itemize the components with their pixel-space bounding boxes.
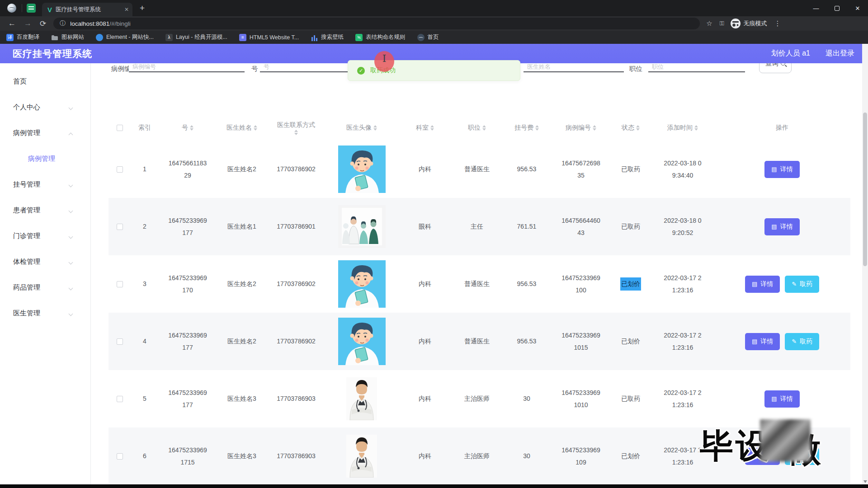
cell-fee: 761.51	[502, 221, 552, 233]
cell-phone: 17703786902	[267, 163, 326, 175]
bookmark-label: 百度翻译	[17, 33, 39, 41]
sidebar-item-挂号管理[interactable]: 挂号管理	[0, 172, 90, 197]
detail-button[interactable]: ▤详情	[764, 161, 799, 178]
sidebar-item-病例管理-sub[interactable]: 病例管理	[0, 146, 90, 172]
column-header-avatar[interactable]: 医生头像	[326, 124, 398, 132]
cell-time: 2022-03-18 0 9:20:52	[651, 215, 714, 239]
sort-caret-icon[interactable]	[373, 125, 377, 131]
browser-toolbar: ← → ⟳ ⓘ localhost:8081 /#/bingli ☆ ⚿ 无痕模…	[0, 16, 868, 31]
bookmark-icon	[51, 34, 58, 41]
column-header-case_no[interactable]: 病例编号	[552, 124, 610, 132]
sort-caret-icon[interactable]	[535, 125, 539, 131]
sidebar-item-首页[interactable]: 首页	[0, 69, 90, 94]
cell-select	[108, 224, 131, 230]
select-all-checkbox[interactable]	[117, 125, 123, 131]
cell-phone: 17703786903	[267, 450, 326, 462]
row-checkbox[interactable]	[117, 281, 123, 287]
scrollbar-down-arrow[interactable]	[863, 480, 867, 483]
column-label: 号	[182, 124, 188, 132]
browser-menu-icon[interactable]: ⋮	[774, 19, 781, 28]
column-header-reg_no[interactable]: 号	[158, 124, 217, 132]
page-scrollbar[interactable]	[862, 44, 868, 485]
cell-reg_no: 16475661183 29	[158, 157, 217, 181]
status-text: 已划价	[620, 277, 641, 291]
reload-icon[interactable]: ⟳	[40, 19, 46, 28]
chevron-down-icon	[69, 183, 73, 188]
button-label: 详情	[760, 280, 773, 288]
cell-dept: 内科	[398, 278, 452, 290]
sidebar-item-患者管理[interactable]: 患者管理	[0, 197, 90, 223]
chevron-down-icon	[69, 209, 73, 213]
detail-button[interactable]: ▤详情	[764, 218, 799, 235]
restore-button[interactable]	[826, 0, 847, 16]
sidebar-item-病例管理[interactable]: 病例管理	[0, 120, 90, 146]
back-icon[interactable]: ←	[8, 19, 16, 28]
bookmark-star-icon[interactable]: ☆	[706, 19, 712, 28]
pen-icon: ✎	[792, 338, 797, 345]
sort-caret-icon[interactable]	[636, 125, 640, 131]
sort-caret-icon[interactable]	[430, 125, 434, 131]
doctor-avatar-cartoon	[338, 260, 386, 308]
cell-phone: 17703786902	[267, 335, 326, 347]
scrollbar-thumb[interactable]	[863, 113, 867, 266]
status-text: 已取药	[621, 393, 640, 405]
sort-caret-icon[interactable]	[694, 125, 698, 131]
bookmark-item[interactable]: 首页	[417, 33, 439, 41]
sidebar-item-医生管理[interactable]: 医生管理	[0, 300, 90, 326]
bookmark-icon: ≡	[239, 34, 246, 41]
detail-button[interactable]: ▤详情	[745, 276, 780, 293]
dispense-button[interactable]: ✎取药	[785, 276, 819, 293]
new-tab-button[interactable]: +	[140, 3, 145, 13]
cell-case_no: 16475233969 1010	[552, 387, 610, 411]
sidebar-item-体检管理[interactable]: 体检管理	[0, 249, 90, 275]
sidebar-item-药品管理[interactable]: 药品管理	[0, 275, 90, 300]
row-checkbox[interactable]	[117, 453, 123, 460]
cell-avatar	[326, 260, 398, 308]
column-header-time[interactable]: 添加时间	[651, 124, 714, 132]
bookmark-item[interactable]: ≒表结构命名规则	[355, 33, 406, 41]
row-checkbox[interactable]	[117, 166, 123, 173]
sidebar-item-门诊管理[interactable]: 门诊管理	[0, 223, 90, 249]
bookmark-item[interactable]: 译百度翻译	[6, 33, 39, 41]
password-key-icon[interactable]: ⚿	[720, 20, 724, 27]
column-header-dept[interactable]: 科室	[398, 124, 452, 132]
tab-close-icon[interactable]: ✕	[124, 6, 129, 13]
row-checkbox[interactable]	[117, 396, 123, 402]
pen-icon: ✎	[792, 281, 797, 287]
detail-button[interactable]: ▤详情	[745, 333, 780, 350]
success-toast: ✓ 取药成功	[348, 60, 520, 81]
close-button[interactable]: ✕	[847, 0, 868, 16]
row-checkbox[interactable]	[117, 224, 123, 230]
button-label: 取药	[800, 338, 812, 346]
bookmark-item[interactable]: 搜索壁纸	[311, 33, 344, 41]
bookmark-item[interactable]: Element - 网站快...	[96, 33, 154, 41]
browser-logo-icon[interactable]	[7, 4, 16, 13]
column-header-title[interactable]: 职位	[452, 124, 502, 132]
row-checkbox[interactable]	[117, 338, 123, 345]
bookmark-item[interactable]: ≡HTML5 Website T...	[239, 34, 299, 41]
bookmark-item[interactable]: λLayui - 经典开源模...	[165, 33, 227, 41]
sort-caret-icon[interactable]	[254, 125, 257, 131]
chevron-down-icon	[69, 312, 73, 316]
bookmark-item[interactable]: 图标网站	[51, 33, 84, 41]
detail-button[interactable]: ▤详情	[764, 390, 799, 408]
sort-caret-icon[interactable]	[294, 130, 298, 135]
sort-caret-icon[interactable]	[482, 125, 486, 131]
column-header-phone[interactable]: 医生联系方式	[267, 121, 326, 135]
browser-tab[interactable]: V 医疗挂号管理系统 ✕	[42, 3, 132, 16]
logout-link[interactable]: 退出登录	[826, 49, 854, 58]
sort-caret-icon[interactable]	[190, 125, 193, 131]
pinned-app-icon[interactable]	[27, 4, 36, 13]
filter-title-label: 职位	[629, 65, 642, 73]
forward-icon[interactable]: →	[24, 19, 32, 28]
column-header-doctor[interactable]: 医生姓名	[217, 124, 267, 132]
cell-time: 2022-03-17 2 1:23:16	[651, 329, 714, 353]
sort-caret-icon[interactable]	[593, 125, 596, 131]
site-info-icon[interactable]: ⓘ	[60, 19, 66, 28]
sidebar-item-个人中心[interactable]: 个人中心	[0, 94, 90, 120]
column-header-status[interactable]: 状态	[610, 124, 651, 132]
column-header-fee[interactable]: 挂号费	[502, 124, 552, 132]
minimize-button[interactable]: —	[806, 0, 826, 16]
address-bar[interactable]: ⓘ localhost:8081 /#/bingli	[53, 18, 700, 29]
dispense-button[interactable]: ✎取药	[785, 333, 819, 350]
